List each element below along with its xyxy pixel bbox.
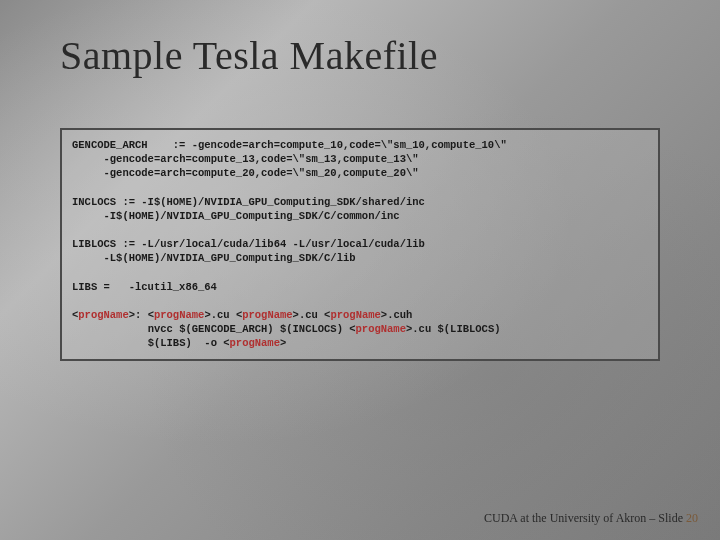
code-line: -gencode=arch=compute_13,code=\"sm_13,co… xyxy=(72,153,419,165)
code-frag: > xyxy=(280,337,286,349)
code-line: -I$(HOME)/NVIDIA_GPU_Computing_SDK/C/com… xyxy=(72,210,400,222)
placeholder: progName xyxy=(356,323,406,335)
code-line: -L$(HOME)/NVIDIA_GPU_Computing_SDK/C/lib xyxy=(72,252,356,264)
makefile-code-block: GENCODE_ARCH := -gencode=arch=compute_10… xyxy=(60,128,660,361)
code-frag: >.cuh xyxy=(381,309,413,321)
code-line: INCLOCS := -I$(HOME)/NVIDIA_GPU_Computin… xyxy=(72,196,425,208)
code-frag: >.cu < xyxy=(293,309,331,321)
slide-title: Sample Tesla Makefile xyxy=(60,32,438,79)
placeholder: progName xyxy=(78,309,128,321)
placeholder: progName xyxy=(242,309,292,321)
placeholder: progName xyxy=(154,309,204,321)
code-line: -gencode=arch=compute_20,code=\"sm_20,co… xyxy=(72,167,419,179)
footer-text: CUDA at the University of Akron – Slide xyxy=(484,511,686,525)
slide-footer: CUDA at the University of Akron – Slide … xyxy=(484,511,698,526)
code-frag: >: < xyxy=(129,309,154,321)
slide-number: 20 xyxy=(686,511,698,525)
code-line: LIBLOCS := -L/usr/local/cuda/lib64 -L/us… xyxy=(72,238,425,250)
code-frag: >.cu < xyxy=(204,309,242,321)
placeholder: progName xyxy=(330,309,380,321)
code-frag: nvcc $(GENCODE_ARCH) $(INCLOCS) < xyxy=(72,323,356,335)
code-frag: $(LIBS) -o < xyxy=(72,337,230,349)
code-line: LIBS = -lcutil_x86_64 xyxy=(72,281,217,293)
code-line: GENCODE_ARCH := -gencode=arch=compute_10… xyxy=(72,139,507,151)
placeholder: progName xyxy=(230,337,280,349)
code-frag: >.cu $(LIBLOCS) xyxy=(406,323,501,335)
